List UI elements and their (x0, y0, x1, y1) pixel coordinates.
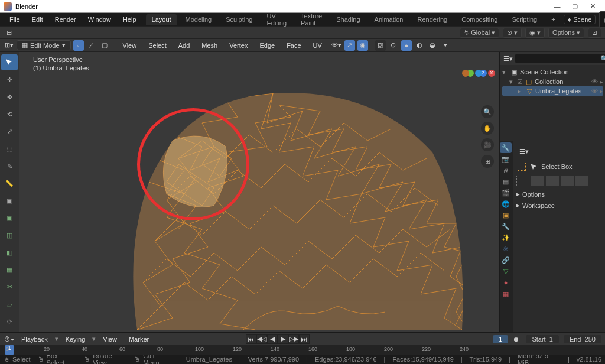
frame-start[interactable]: Start 1 (526, 335, 558, 343)
gizmo-toggle-icon[interactable]: ↗ (344, 40, 355, 51)
scene-selector[interactable]: ♦Scene (564, 15, 596, 24)
menu-add[interactable]: Add (174, 41, 195, 50)
ptab-scene[interactable]: 🎬 (500, 187, 512, 198)
tab-add[interactable]: + (545, 14, 561, 25)
overlay-toggle-icon[interactable]: ◉ (357, 40, 368, 51)
tab-modeling[interactable]: Modeling (180, 14, 218, 25)
mode-dropdown[interactable]: ▦Edit Mode▾ (17, 40, 71, 50)
menu-help[interactable]: Help (118, 15, 141, 24)
autokey-button[interactable]: ⏺ (510, 334, 521, 344)
tool-rotate[interactable]: ⟲ (1, 106, 18, 122)
select-face-button[interactable]: ▢ (99, 40, 110, 51)
tree-scene-collection[interactable]: ▾▣Scene Collection (502, 67, 603, 77)
shading-options-icon[interactable]: ▾ (440, 40, 451, 51)
tool-inset[interactable]: ◫ (1, 228, 18, 243)
frame-current[interactable]: 1 (493, 335, 508, 343)
tab-shading[interactable]: Shading (330, 14, 366, 25)
ptab-render[interactable]: 📷 (500, 154, 512, 164)
shading-wire-icon[interactable]: ⊕ (388, 40, 399, 51)
tab-scripting[interactable]: Scripting (506, 14, 543, 25)
navigation-gizmo[interactable]: Z X (462, 70, 493, 100)
tree-object[interactable]: ▸▽Umbra_Legates 👁▸ (502, 86, 603, 96)
proportional-dropdown[interactable]: ◉▾ (525, 28, 545, 38)
tab-compositing[interactable]: Compositing (456, 14, 503, 25)
menu-vertex[interactable]: Vertex (225, 41, 252, 50)
timeline-keying[interactable]: Keying (61, 334, 90, 344)
menu-uv[interactable]: UV (308, 41, 327, 50)
menu-face[interactable]: Face (282, 41, 305, 50)
restrict-icon[interactable]: ▸ (600, 87, 603, 95)
select-edge-button[interactable]: ／ (86, 40, 97, 51)
perspective-button[interactable]: ⊞ (481, 155, 494, 168)
timeline-view[interactable]: View (98, 334, 122, 344)
ptab-modifier[interactable]: 🔧 (500, 221, 512, 232)
sel-mode-invert-icon[interactable] (561, 176, 574, 186)
editor-type-icon[interactable]: ⊞ (4, 27, 14, 38)
sel-mode-new-icon[interactable] (516, 176, 529, 186)
panel-options[interactable]: ▸Options (516, 188, 602, 200)
ptab-physics[interactable]: ⚛ (500, 243, 512, 254)
ptab-viewlayer[interactable]: ▤ (500, 176, 512, 187)
frame-end[interactable]: End 250 (564, 335, 601, 343)
menu-mesh[interactable]: Mesh (197, 41, 222, 50)
tool-cursor[interactable]: ✛ (1, 72, 18, 87)
menu-select[interactable]: Select (144, 41, 171, 50)
tool-loopcut[interactable]: ▦ (1, 262, 18, 278)
camera-button[interactable]: 🎥 (481, 138, 494, 151)
menu-file[interactable]: File (5, 15, 25, 24)
ptab-object[interactable]: ▣ (500, 210, 512, 220)
menu-view[interactable]: View (118, 41, 142, 50)
tree-collection[interactable]: ▾☑▢Collection 👁▸ (502, 77, 603, 86)
shading-solid-icon[interactable]: ● (401, 40, 412, 51)
menu-edit[interactable]: Edit (27, 15, 48, 24)
zoom-button[interactable]: 🔍 (481, 105, 494, 118)
options-dropdown[interactable]: Options▾ (548, 28, 584, 38)
ptab-constraints[interactable]: 🔗 (500, 255, 512, 265)
ptab-particles[interactable]: ✨ (500, 232, 512, 243)
axes-toggle[interactable]: ⊿ (588, 28, 601, 38)
jump-start-button[interactable]: ⏮ (246, 334, 256, 344)
snap-dropdown[interactable]: ⊙▾ (503, 28, 522, 38)
tab-animation[interactable]: Animation (369, 14, 409, 25)
tab-texture-paint[interactable]: Texture Paint (295, 11, 328, 28)
menu-window[interactable]: Window (83, 15, 116, 24)
menu-edge[interactable]: Edge (255, 41, 279, 50)
tool-bevel[interactable]: ◧ (1, 245, 18, 261)
menu-render[interactable]: Render (50, 15, 81, 24)
tab-sculpting[interactable]: Sculpting (220, 14, 258, 25)
ptab-tool[interactable]: 🔧 (500, 142, 512, 153)
eye-icon[interactable]: 👁 (591, 78, 598, 86)
xray-toggle-icon[interactable]: ▧ (375, 40, 386, 51)
mesh-display-mode-icon[interactable]: 👁▾ (331, 40, 342, 51)
select-vertex-button[interactable]: ◦ (73, 40, 84, 51)
panel-workspace[interactable]: ▸Workspace (516, 200, 602, 211)
tool-move[interactable]: ✥ (1, 89, 18, 105)
ptab-material[interactable]: ● (500, 277, 512, 288)
tool-annotate[interactable]: ✎ (1, 158, 18, 174)
play-reverse-button[interactable]: ◀ (267, 334, 278, 344)
sel-mode-intersect-icon[interactable] (575, 176, 588, 186)
tool-add-cube[interactable]: ▣ (1, 193, 18, 209)
tool-scale[interactable]: ⤢ (1, 124, 18, 139)
tool-polybuild[interactable]: ▱ (1, 297, 18, 313)
viewlayer-selector[interactable]: ▣View Layer (599, 11, 605, 28)
keyframe-prev-button[interactable]: ◀◁ (256, 334, 267, 344)
tool-measure[interactable]: 📏 (1, 176, 18, 191)
minimize-button[interactable]: — (548, 3, 566, 10)
play-button[interactable]: ▶ (278, 334, 288, 344)
timeline-ruler[interactable]: 1 020406080100120140160180200220240 (0, 345, 605, 355)
close-button[interactable]: ✕ (584, 2, 601, 10)
maximize-button[interactable]: ▢ (566, 2, 584, 10)
jump-end-button[interactable]: ⏭ (299, 334, 310, 344)
outliner-search[interactable] (515, 54, 605, 63)
restrict-icon[interactable]: ▸ (600, 78, 603, 86)
tool-spin[interactable]: ⟳ (1, 314, 18, 330)
eye-icon[interactable]: 👁 (591, 87, 598, 95)
outliner-type-icon[interactable]: ☰▾ (503, 53, 513, 64)
sel-mode-subtract-icon[interactable] (546, 176, 559, 186)
tool-extrude[interactable]: ▣ (1, 210, 18, 226)
ptab-output[interactable]: 🖨 (500, 165, 512, 176)
orientation-dropdown[interactable]: ↯Global▾ (460, 28, 499, 38)
tool-select-box[interactable] (1, 54, 18, 70)
props-type-icon[interactable]: ☰▾ (519, 146, 529, 157)
